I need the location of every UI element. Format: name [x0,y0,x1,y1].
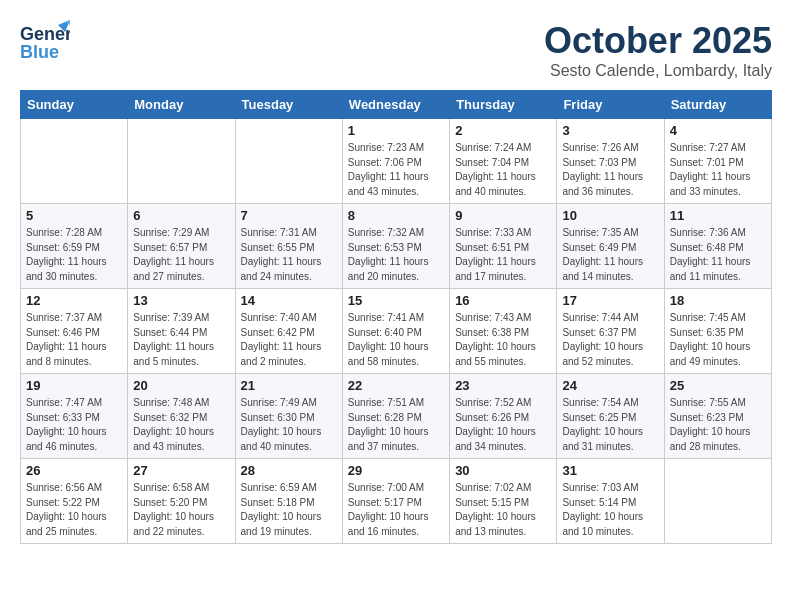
calendar-day-cell [128,119,235,204]
day-number: 21 [241,378,337,393]
day-number: 14 [241,293,337,308]
calendar-day-cell [664,459,771,544]
day-number: 13 [133,293,229,308]
logo: General Blue [20,20,75,69]
day-number: 19 [26,378,122,393]
day-of-week-header: Wednesday [342,91,449,119]
day-info: Sunrise: 7:55 AM Sunset: 6:23 PM Dayligh… [670,396,766,454]
calendar-day-cell: 10Sunrise: 7:35 AM Sunset: 6:49 PM Dayli… [557,204,664,289]
day-of-week-header: Saturday [664,91,771,119]
calendar-week-row: 1Sunrise: 7:23 AM Sunset: 7:06 PM Daylig… [21,119,772,204]
calendar-day-cell: 29Sunrise: 7:00 AM Sunset: 5:17 PM Dayli… [342,459,449,544]
day-info: Sunrise: 7:44 AM Sunset: 6:37 PM Dayligh… [562,311,658,369]
calendar-week-row: 19Sunrise: 7:47 AM Sunset: 6:33 PM Dayli… [21,374,772,459]
day-info: Sunrise: 7:52 AM Sunset: 6:26 PM Dayligh… [455,396,551,454]
calendar-day-cell: 22Sunrise: 7:51 AM Sunset: 6:28 PM Dayli… [342,374,449,459]
day-number: 4 [670,123,766,138]
day-info: Sunrise: 7:02 AM Sunset: 5:15 PM Dayligh… [455,481,551,539]
calendar-day-cell: 13Sunrise: 7:39 AM Sunset: 6:44 PM Dayli… [128,289,235,374]
day-info: Sunrise: 7:31 AM Sunset: 6:55 PM Dayligh… [241,226,337,284]
page-header: General Blue October 2025 Sesto Calende,… [20,20,772,80]
day-info: Sunrise: 7:36 AM Sunset: 6:48 PM Dayligh… [670,226,766,284]
calendar-day-cell: 2Sunrise: 7:24 AM Sunset: 7:04 PM Daylig… [450,119,557,204]
day-info: Sunrise: 7:23 AM Sunset: 7:06 PM Dayligh… [348,141,444,199]
calendar-day-cell: 25Sunrise: 7:55 AM Sunset: 6:23 PM Dayli… [664,374,771,459]
day-info: Sunrise: 7:39 AM Sunset: 6:44 PM Dayligh… [133,311,229,369]
day-number: 29 [348,463,444,478]
day-number: 9 [455,208,551,223]
day-info: Sunrise: 7:26 AM Sunset: 7:03 PM Dayligh… [562,141,658,199]
calendar-day-cell: 15Sunrise: 7:41 AM Sunset: 6:40 PM Dayli… [342,289,449,374]
day-number: 12 [26,293,122,308]
day-info: Sunrise: 7:35 AM Sunset: 6:49 PM Dayligh… [562,226,658,284]
calendar-day-cell: 4Sunrise: 7:27 AM Sunset: 7:01 PM Daylig… [664,119,771,204]
day-of-week-header: Tuesday [235,91,342,119]
calendar-day-cell: 3Sunrise: 7:26 AM Sunset: 7:03 PM Daylig… [557,119,664,204]
day-of-week-header: Sunday [21,91,128,119]
day-number: 22 [348,378,444,393]
day-info: Sunrise: 7:45 AM Sunset: 6:35 PM Dayligh… [670,311,766,369]
calendar-day-cell: 27Sunrise: 6:58 AM Sunset: 5:20 PM Dayli… [128,459,235,544]
day-number: 27 [133,463,229,478]
calendar-day-cell: 9Sunrise: 7:33 AM Sunset: 6:51 PM Daylig… [450,204,557,289]
day-number: 2 [455,123,551,138]
day-info: Sunrise: 7:29 AM Sunset: 6:57 PM Dayligh… [133,226,229,284]
location: Sesto Calende, Lombardy, Italy [544,62,772,80]
calendar-day-cell: 12Sunrise: 7:37 AM Sunset: 6:46 PM Dayli… [21,289,128,374]
day-number: 23 [455,378,551,393]
day-info: Sunrise: 7:47 AM Sunset: 6:33 PM Dayligh… [26,396,122,454]
calendar-week-row: 12Sunrise: 7:37 AM Sunset: 6:46 PM Dayli… [21,289,772,374]
calendar-day-cell: 7Sunrise: 7:31 AM Sunset: 6:55 PM Daylig… [235,204,342,289]
day-number: 30 [455,463,551,478]
day-info: Sunrise: 7:28 AM Sunset: 6:59 PM Dayligh… [26,226,122,284]
day-number: 16 [455,293,551,308]
calendar-week-row: 5Sunrise: 7:28 AM Sunset: 6:59 PM Daylig… [21,204,772,289]
calendar-day-cell [21,119,128,204]
day-info: Sunrise: 7:37 AM Sunset: 6:46 PM Dayligh… [26,311,122,369]
day-number: 17 [562,293,658,308]
day-info: Sunrise: 7:27 AM Sunset: 7:01 PM Dayligh… [670,141,766,199]
calendar-day-cell: 20Sunrise: 7:48 AM Sunset: 6:32 PM Dayli… [128,374,235,459]
day-number: 31 [562,463,658,478]
day-number: 1 [348,123,444,138]
day-number: 10 [562,208,658,223]
calendar-day-cell: 6Sunrise: 7:29 AM Sunset: 6:57 PM Daylig… [128,204,235,289]
calendar-table: SundayMondayTuesdayWednesdayThursdayFrid… [20,90,772,544]
calendar-day-cell: 30Sunrise: 7:02 AM Sunset: 5:15 PM Dayli… [450,459,557,544]
day-info: Sunrise: 7:33 AM Sunset: 6:51 PM Dayligh… [455,226,551,284]
calendar-day-cell: 11Sunrise: 7:36 AM Sunset: 6:48 PM Dayli… [664,204,771,289]
calendar-header-row: SundayMondayTuesdayWednesdayThursdayFrid… [21,91,772,119]
day-of-week-header: Friday [557,91,664,119]
calendar-day-cell: 26Sunrise: 6:56 AM Sunset: 5:22 PM Dayli… [21,459,128,544]
day-number: 24 [562,378,658,393]
day-number: 8 [348,208,444,223]
calendar-day-cell: 8Sunrise: 7:32 AM Sunset: 6:53 PM Daylig… [342,204,449,289]
day-info: Sunrise: 7:51 AM Sunset: 6:28 PM Dayligh… [348,396,444,454]
calendar-day-cell: 23Sunrise: 7:52 AM Sunset: 6:26 PM Dayli… [450,374,557,459]
day-number: 20 [133,378,229,393]
day-info: Sunrise: 7:32 AM Sunset: 6:53 PM Dayligh… [348,226,444,284]
logo-icon: General Blue [20,20,70,69]
day-info: Sunrise: 7:00 AM Sunset: 5:17 PM Dayligh… [348,481,444,539]
calendar-body: 1Sunrise: 7:23 AM Sunset: 7:06 PM Daylig… [21,119,772,544]
day-info: Sunrise: 7:03 AM Sunset: 5:14 PM Dayligh… [562,481,658,539]
day-number: 15 [348,293,444,308]
calendar-day-cell: 24Sunrise: 7:54 AM Sunset: 6:25 PM Dayli… [557,374,664,459]
calendar-day-cell: 28Sunrise: 6:59 AM Sunset: 5:18 PM Dayli… [235,459,342,544]
day-of-week-header: Monday [128,91,235,119]
day-number: 26 [26,463,122,478]
day-number: 25 [670,378,766,393]
day-info: Sunrise: 6:58 AM Sunset: 5:20 PM Dayligh… [133,481,229,539]
day-number: 28 [241,463,337,478]
day-info: Sunrise: 7:24 AM Sunset: 7:04 PM Dayligh… [455,141,551,199]
day-number: 11 [670,208,766,223]
day-number: 3 [562,123,658,138]
svg-text:Blue: Blue [20,42,59,62]
day-number: 5 [26,208,122,223]
day-info: Sunrise: 7:49 AM Sunset: 6:30 PM Dayligh… [241,396,337,454]
day-info: Sunrise: 7:48 AM Sunset: 6:32 PM Dayligh… [133,396,229,454]
calendar-day-cell [235,119,342,204]
day-of-week-header: Thursday [450,91,557,119]
day-info: Sunrise: 6:59 AM Sunset: 5:18 PM Dayligh… [241,481,337,539]
day-info: Sunrise: 6:56 AM Sunset: 5:22 PM Dayligh… [26,481,122,539]
